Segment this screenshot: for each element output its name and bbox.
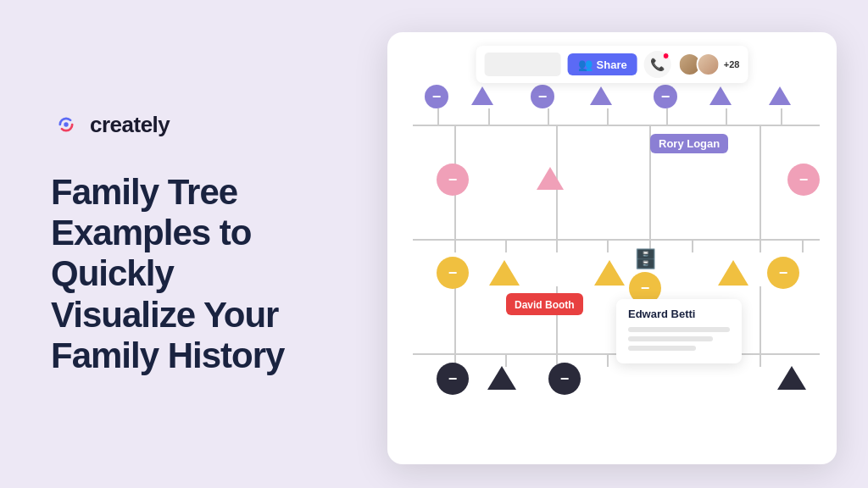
avatar-count: +28 (724, 59, 740, 69)
node-r3-2 (489, 260, 520, 286)
toolbar: 👥 Share 📞 +28 (476, 46, 748, 83)
info-line-3 (628, 346, 696, 351)
triangle-r4-4 (777, 366, 806, 390)
minus-icon-r1-3: − (538, 89, 548, 104)
minus-icon-r4-3: − (560, 371, 570, 386)
call-button[interactable]: 📞 (644, 51, 671, 78)
share-label: Share (597, 58, 627, 71)
diagram-container: 👥 Share 📞 +28 (387, 32, 837, 464)
node-r2-2 (537, 167, 564, 190)
search-bar[interactable] (485, 53, 561, 76)
triangle-r1-7 (769, 86, 791, 105)
triangle-r3-5 (718, 260, 748, 286)
avatar-2 (697, 53, 721, 76)
svg-point-0 (64, 123, 68, 127)
circle-r4-3: − (548, 363, 581, 395)
creately-logo-icon (51, 114, 81, 135)
left-panel: creately Family Tree Examples to Quickly… (0, 69, 356, 419)
logo: creately (51, 112, 314, 138)
node-r1-7 (769, 86, 791, 105)
triangle-r3-3 (594, 260, 625, 286)
triangle-r2-2 (537, 167, 564, 190)
info-line-1 (628, 327, 730, 332)
circle-r4-1: − (437, 363, 469, 395)
node-r2-3: − (787, 164, 820, 196)
circle-r1-3: − (531, 85, 554, 108)
right-panel: 👥 Share 📞 +28 (356, 0, 868, 488)
logo-text: creately (90, 112, 170, 138)
node-r4-1: − (437, 363, 469, 395)
minus-icon-r3-6: − (779, 265, 788, 280)
info-line-2 (628, 336, 713, 341)
minus-icon-r2-3: − (799, 172, 809, 187)
node-r1-4 (590, 86, 612, 105)
minus-icon-r1-5: − (661, 89, 670, 104)
call-status-dot (663, 53, 670, 59)
node-r4-2 (487, 366, 516, 390)
node-r1-1: − (425, 85, 448, 108)
node-r3-1: − (437, 257, 469, 289)
share-icon: 👥 (578, 58, 593, 71)
node-r1-5: − (654, 85, 677, 108)
triangle-r4-2 (487, 366, 516, 390)
node-r3-6: − (767, 257, 799, 289)
edward-betti-card: Edward Betti (616, 299, 742, 363)
circle-r1-1: − (425, 85, 448, 108)
rory-logan-label: Rory Logan (650, 134, 728, 153)
circle-r1-5: − (654, 85, 677, 108)
minus-icon-r4-1: − (448, 371, 458, 386)
node-r4-3: − (548, 363, 581, 395)
collaborators-avatars: +28 (678, 53, 740, 76)
triangle-r3-2 (489, 260, 520, 286)
headline: Family Tree Examples to Quickly Visualiz… (51, 172, 314, 376)
triangle-r1-2 (471, 86, 493, 105)
node-r1-2 (471, 86, 493, 105)
node-r1-6 (709, 86, 732, 105)
circle-r2-1: − (437, 164, 469, 196)
node-r3-5 (718, 260, 748, 286)
triangle-r1-6 (709, 86, 732, 105)
edward-betti-title: Edward Betti (628, 308, 730, 320)
circle-r3-6: − (767, 257, 799, 289)
minus-icon-r3-1: − (448, 265, 458, 280)
minus-icon-r2-1: − (448, 172, 458, 187)
node-r1-3: − (531, 85, 554, 108)
node-r3-3 (594, 260, 625, 286)
rory-logan-text: Rory Logan (659, 137, 720, 150)
david-booth-tooltip: David Booth (506, 293, 583, 315)
database-icon: 🗄️ (634, 248, 657, 270)
diagram-canvas: − − − (387, 83, 837, 464)
node-r2-1: − (437, 164, 469, 196)
minus-icon-r3-4: − (641, 280, 650, 296)
circle-r2-3: − (787, 164, 820, 196)
share-button[interactable]: 👥 Share (568, 53, 637, 75)
minus-icon-r1-1: − (432, 89, 442, 104)
david-booth-label-text: David Booth (515, 299, 575, 311)
triangle-r1-4 (590, 86, 612, 105)
node-r4-4 (777, 366, 806, 390)
circle-r3-1: − (437, 257, 469, 289)
node-r3-4: 🗄️ − (629, 248, 661, 304)
